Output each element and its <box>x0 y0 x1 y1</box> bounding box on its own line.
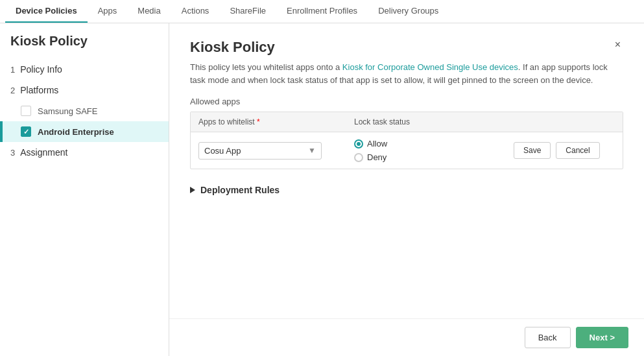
top-nav: Device Policies Apps Media Actions Share… <box>0 0 644 23</box>
content-header: Kiosk Policy × <box>190 39 623 56</box>
allowed-apps-label: Allowed apps <box>190 97 623 106</box>
nav-item-device-policies[interactable]: Device Policies <box>5 0 88 23</box>
main-layout: Kiosk Policy 1 Policy Info 2 Platforms S… <box>0 23 644 356</box>
cancel-button[interactable]: Cancel <box>556 142 599 159</box>
app-dropdown[interactable]: Cosu App ▼ <box>198 142 322 160</box>
nav-item-delivery-groups[interactable]: Delivery Groups <box>368 0 449 23</box>
step-2-label: Platforms <box>20 85 58 95</box>
sidebar-step-3[interactable]: 3 Assignment <box>0 142 169 163</box>
required-star: * <box>257 117 260 126</box>
step-1-number: 1 <box>10 65 15 75</box>
nav-item-enrollment-profiles[interactable]: Enrollment Profiles <box>276 0 368 23</box>
sidebar-title: Kiosk Policy <box>0 34 169 59</box>
next-button[interactable]: Next > <box>576 327 628 348</box>
column-actions <box>506 112 623 132</box>
radio-deny-label: Deny <box>367 152 387 162</box>
nav-item-media[interactable]: Media <box>127 0 171 23</box>
sidebar-step-1[interactable]: 1 Policy Info <box>0 59 169 80</box>
step-1-label: Policy Info <box>20 64 62 75</box>
deployment-rules-section[interactable]: Deployment Rules <box>190 185 623 195</box>
step-2-number: 2 <box>10 86 15 95</box>
footer: Back Next > <box>169 318 644 356</box>
app-dropdown-value: Cosu App <box>204 146 241 156</box>
nav-item-sharefile[interactable]: ShareFile <box>219 0 276 23</box>
lock-task-radio-group: Allow Deny <box>354 139 498 162</box>
app-dropdown-cell: Cosu App ▼ <box>191 136 346 166</box>
step-3-number: 3 <box>10 148 15 158</box>
action-buttons-cell: Save Cancel <box>506 136 623 165</box>
samsung-safe-label: Samsung SAFE <box>38 106 98 116</box>
samsung-safe-checkbox[interactable] <box>21 106 31 116</box>
column-apps-to-whitelist: Apps to whitelist * <box>191 112 346 132</box>
deployment-rules-label: Deployment Rules <box>200 185 280 195</box>
sidebar-item-samsung-safe[interactable]: Samsung SAFE <box>0 101 169 121</box>
close-button[interactable]: × <box>612 39 623 51</box>
step-3-label: Assignment <box>20 147 67 158</box>
radio-allow[interactable]: Allow <box>354 139 498 148</box>
sidebar-step-2[interactable]: 2 Platforms <box>0 80 169 101</box>
radio-deny[interactable]: Deny <box>354 152 498 162</box>
table-header: Apps to whitelist * Lock task status <box>191 112 623 132</box>
nav-item-apps[interactable]: Apps <box>88 0 128 23</box>
android-enterprise-label: Android Enterprise <box>38 127 114 137</box>
sidebar-item-android-enterprise[interactable]: Android Enterprise <box>0 121 169 142</box>
android-enterprise-checkbox[interactable] <box>21 126 31 137</box>
dropdown-arrow-icon: ▼ <box>308 146 316 155</box>
allowed-apps-table: Apps to whitelist * Lock task status Cos… <box>190 112 623 169</box>
nav-item-actions[interactable]: Actions <box>171 0 220 23</box>
kiosk-link[interactable]: Kiosk for Corporate Owned Single Use dev… <box>342 62 518 72</box>
radio-allow-label: Allow <box>367 139 387 148</box>
radio-deny-circle <box>354 153 363 162</box>
back-button[interactable]: Back <box>525 327 571 348</box>
content-area: Kiosk Policy × This policy lets you whit… <box>169 23 644 356</box>
table-row: Cosu App ▼ Allow Deny <box>191 132 623 169</box>
active-indicator <box>0 121 3 142</box>
android-enterprise-wrap: Android Enterprise <box>0 121 169 142</box>
sidebar: Kiosk Policy 1 Policy Info 2 Platforms S… <box>0 23 169 356</box>
content-title: Kiosk Policy <box>190 39 275 56</box>
column-lock-task-status: Lock task status <box>346 112 506 132</box>
lock-task-cell: Allow Deny <box>346 132 506 169</box>
save-button[interactable]: Save <box>514 142 551 159</box>
radio-allow-circle <box>354 139 363 148</box>
triangle-right-icon <box>190 187 195 193</box>
content-description: This policy lets you whitelist apps onto… <box>190 61 623 86</box>
